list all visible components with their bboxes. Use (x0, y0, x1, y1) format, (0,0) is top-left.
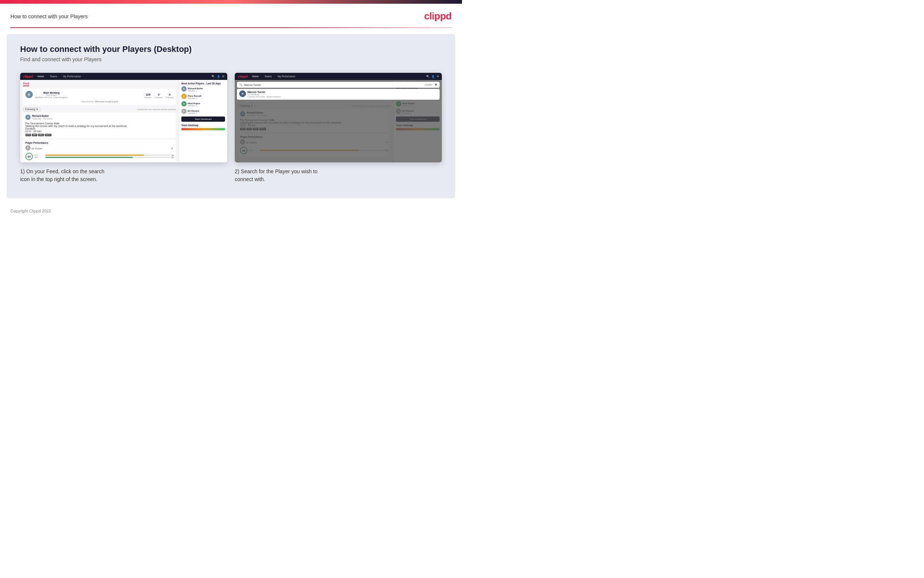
search-magnifier-2: 🔍 (239, 83, 243, 86)
header: How to connect with your Players clippd (0, 4, 462, 27)
caption-line2-2: connect with. (235, 176, 265, 182)
following-btn-1[interactable]: Following ▼ (23, 107, 40, 111)
sp-name-4: Eli Vincent (188, 110, 199, 112)
team-dashboard-btn-1[interactable]: Team Dashboard (181, 117, 225, 122)
sp-avatar-1: R (181, 86, 186, 91)
activity-yesterday-1: Yesterday · The Grove (32, 118, 53, 120)
app-nav-2: clippd Home Teams My Performance 🔍 👤 ⚙ (235, 73, 442, 80)
perf-player-name-1: Eli Vincent (32, 148, 42, 150)
user-icon-1[interactable]: 👤 (217, 75, 220, 78)
profile-name-1: Blair McHarg (35, 91, 68, 94)
search-close-btn-2[interactable]: ✕ (434, 83, 437, 87)
bar-row-1: OTT 79 APP 70 (34, 154, 173, 159)
search-overlay-2: 🔍 Marcus Turner CLEAR ✕ M Marcus Turner … (235, 80, 442, 162)
app-sidebar-1: Most Active Players - Last 30 days R Ric… (179, 80, 227, 162)
activities-lbl-1: Activities (144, 96, 152, 99)
screenshot-frame-1: clippd Home Teams My Performance 🔍 👤 ⚙ (20, 73, 227, 162)
activity-author-1: Richard Butler (32, 115, 53, 117)
sp-info-3: Hiral Pujara Activities: 3 (188, 102, 200, 107)
sp-acts-1: Activities: 7 (188, 89, 203, 92)
app-nav-logo-2: clippd (238, 75, 248, 78)
heatmap-title-1: Team Heatmap (181, 124, 225, 127)
sp-avatar-3: H (181, 101, 186, 106)
activity-dur-1: Duration (25, 127, 173, 130)
latest-activity-1: Afternoon round of golf (95, 101, 118, 103)
followers-val-1: 3 (154, 93, 162, 96)
quality-row-1: 84 OTT 79 APP (25, 153, 173, 160)
player-perf-player-1: E Eli Vincent ▼ (25, 145, 173, 152)
sp-info-2: Piers Parnell Activities: 4 (188, 95, 201, 99)
caption-line2-1: icon in the top right of the screen. (20, 176, 97, 182)
app-nav-1: clippd Home Teams My Performance 🔍 👤 ⚙ (20, 73, 227, 80)
sp-name-1: Richard Butler (188, 88, 203, 89)
following-row-1: Following ▼ Control who can see your act… (23, 107, 176, 111)
result-info-2: Marcus Turner 1.5 Handicap Cypress Point… (248, 91, 281, 98)
search-clear-btn-2[interactable]: CLEAR (424, 83, 433, 86)
activity-content-1: Richard Butler Yesterday · The Grove (32, 115, 53, 120)
activity-avatar-1: R (25, 115, 31, 120)
feed-tab-1[interactable]: Feed (23, 82, 29, 86)
nav-home-1[interactable]: Home (36, 74, 45, 78)
caption-line1-2: 2) Search for the Player you wish to (235, 169, 317, 174)
sp-avatar-4: E (181, 109, 186, 114)
main-content: How to connect with your Players (Deskto… (7, 34, 455, 198)
app-label-1: APP (34, 156, 44, 159)
app-ui-2: clippd Home Teams My Performance 🔍 👤 ⚙ (235, 73, 442, 162)
sidebar-player-4: E Eli Vincent Activities: 1 (181, 109, 225, 115)
score-circle-1: 84 (25, 153, 33, 160)
search-input-2[interactable]: Marcus Turner (244, 84, 422, 86)
screenshot-frame-2: clippd Home Teams My Performance 🔍 👤 ⚙ (235, 73, 442, 162)
logo: clippd (424, 10, 451, 22)
activity-tags-1: OTT APP ARG PUTT (25, 134, 173, 136)
heatmap-bar-1 (181, 128, 225, 130)
player-perf-title-1: Player Performance (25, 141, 173, 144)
app-ui-1: clippd Home Teams My Performance 🔍 👤 ⚙ (20, 73, 227, 162)
activities-val-1: 129 (144, 93, 152, 96)
following-lbl-1: Following (166, 96, 173, 99)
profile-location-1: Mill Ride Golf Club, United Kingdom (35, 96, 68, 99)
perf-dropdown-1[interactable]: ▼ (171, 147, 173, 150)
result-location-2: Cypress Point Club, United Kingdom (248, 96, 281, 98)
footer: Copyright Clippd 2022 (0, 204, 462, 218)
tag-app-1: APP (32, 134, 37, 136)
user-icon-2[interactable]: 👤 (431, 75, 435, 78)
sp-acts-3: Activities: 3 (188, 104, 200, 107)
main-subtitle: Find and connect with your Players (20, 56, 442, 62)
profile-card-1: B Blair McHarg Golf Coach Mill Ride Golf… (23, 88, 176, 105)
app-nav-icons-1: 🔍 👤 ⚙ (212, 75, 224, 78)
sp-avatar-2: P (181, 94, 186, 99)
search-bar-2: 🔍 Marcus Turner CLEAR ✕ (237, 82, 440, 88)
gradient-top-bar (0, 0, 462, 4)
settings-icon-1[interactable]: ⚙ (222, 75, 224, 78)
result-avatar-2: M (239, 90, 246, 97)
sp-name-2: Piers Parnell (188, 95, 201, 97)
app-main-1: Feed B Blair McHarg Golf Coach (20, 80, 179, 162)
nav-my-performance-2[interactable]: My Performance (276, 74, 297, 78)
search-icon-1[interactable]: 🔍 (212, 75, 215, 78)
followers-lbl-1: Followers (154, 96, 162, 99)
nav-teams-2[interactable]: Teams (263, 74, 273, 78)
sp-acts-4: Activities: 1 (188, 112, 199, 114)
most-active-title-1: Most Active Players - Last 30 days (181, 82, 225, 85)
tag-putt-1: PUTT (45, 134, 52, 136)
header-title: How to connect with your Players (10, 13, 88, 19)
tag-ott-1: OTT (25, 134, 31, 136)
activity-title-1: Pre Tournament Course Walk Walking the c… (25, 122, 173, 133)
settings-icon-2[interactable]: ⚙ (437, 75, 439, 78)
activity-card-1: R Richard Butler Yesterday · The Grove P… (23, 113, 176, 138)
avatar-1: B (25, 91, 33, 98)
result-name-2: Marcus Turner (248, 91, 281, 93)
app-body-1: Feed B Blair McHarg Golf Coach (20, 80, 227, 162)
sp-name-3: Hiral Pujara (188, 102, 200, 104)
nav-my-performance-1[interactable]: My Performance (61, 74, 83, 78)
sp-acts-2: Activities: 4 (188, 97, 201, 99)
search-result-2[interactable]: M Marcus Turner 1.5 Handicap Cypress Poi… (237, 89, 440, 100)
sidebar-player-3: H Hiral Pujara Activities: 3 (181, 101, 225, 107)
sp-info-1: Richard Butler Activities: 7 (188, 88, 203, 92)
nav-home-2[interactable]: Home (251, 74, 260, 78)
heatmap-section-1: Team Heatmap (181, 124, 225, 130)
tag-arg-1: ARG (38, 134, 44, 136)
sidebar-player-2: P Piers Parnell Activities: 4 (181, 94, 225, 100)
search-icon-2[interactable]: 🔍 (426, 75, 430, 78)
nav-teams-1[interactable]: Teams (49, 74, 58, 78)
